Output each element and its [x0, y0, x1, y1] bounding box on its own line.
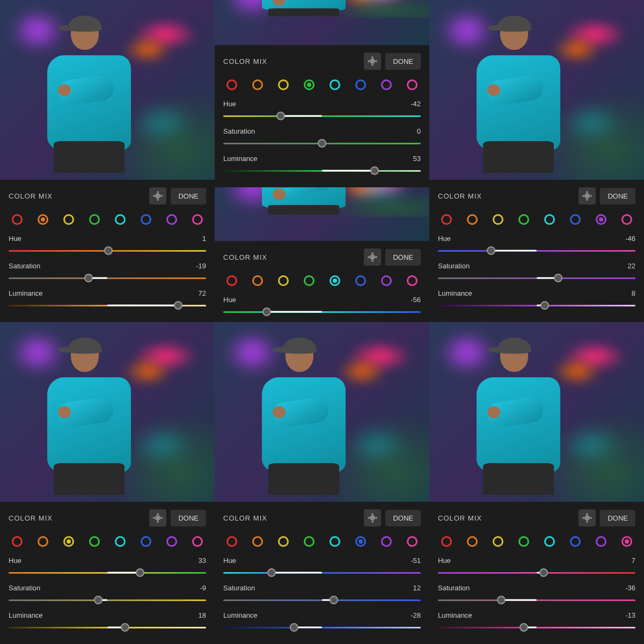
swatch-purple[interactable] [381, 275, 392, 286]
swatch-yellow[interactable] [278, 79, 289, 90]
swatch-purple[interactable] [381, 79, 392, 90]
saturation-thumb[interactable] [497, 596, 506, 604]
saturation-slider[interactable] [438, 273, 635, 283]
targeted-adjustment-icon[interactable] [364, 53, 381, 70]
swatch-orange[interactable] [467, 536, 478, 547]
swatch-yellow[interactable] [278, 275, 289, 286]
swatch-yellow[interactable] [493, 536, 503, 547]
swatch-purple[interactable] [381, 536, 392, 547]
hue-slider[interactable] [223, 568, 421, 577]
hue-slider[interactable] [438, 246, 635, 255]
swatch-teal[interactable] [330, 275, 340, 286]
hue-thumb[interactable] [136, 568, 144, 577]
hue-slider[interactable] [223, 111, 421, 121]
targeted-adjustment-icon[interactable] [149, 509, 166, 526]
swatch-orange[interactable] [38, 214, 48, 225]
swatch-red[interactable] [12, 214, 23, 225]
swatch-purple[interactable] [166, 536, 177, 547]
luminance-slider[interactable] [438, 623, 635, 632]
swatch-green[interactable] [304, 79, 314, 90]
swatch-magenta[interactable] [407, 275, 418, 286]
swatch-blue[interactable] [141, 214, 151, 225]
done-button[interactable]: DONE [385, 249, 421, 266]
done-button[interactable]: DONE [385, 510, 421, 526]
saturation-thumb[interactable] [318, 139, 326, 148]
swatch-green[interactable] [89, 536, 100, 547]
swatch-purple[interactable] [596, 214, 606, 225]
swatch-teal[interactable] [544, 214, 555, 225]
targeted-adjustment-icon[interactable] [149, 187, 166, 204]
hue-slider[interactable] [223, 307, 421, 317]
swatch-teal[interactable] [330, 536, 340, 547]
targeted-adjustment-icon[interactable] [579, 509, 596, 526]
saturation-slider[interactable] [9, 595, 206, 605]
saturation-slider[interactable] [9, 273, 206, 283]
swatch-magenta[interactable] [192, 214, 203, 225]
swatch-magenta[interactable] [407, 79, 418, 90]
luminance-thumb[interactable] [540, 301, 549, 310]
swatch-purple[interactable] [166, 214, 177, 225]
swatch-red[interactable] [441, 536, 452, 547]
swatch-purple[interactable] [596, 536, 606, 547]
luminance-thumb[interactable] [519, 623, 528, 632]
hue-slider[interactable] [9, 246, 206, 255]
swatch-green[interactable] [304, 275, 314, 286]
swatch-red[interactable] [226, 275, 237, 286]
targeted-adjustment-icon[interactable] [364, 509, 381, 526]
saturation-slider[interactable] [438, 595, 635, 605]
saturation-slider[interactable] [223, 138, 421, 148]
swatch-yellow[interactable] [493, 214, 503, 225]
swatch-yellow[interactable] [63, 214, 74, 225]
swatch-red[interactable] [441, 214, 452, 225]
swatch-red[interactable] [12, 536, 23, 547]
swatch-green[interactable] [518, 214, 529, 225]
done-button[interactable]: DONE [600, 188, 635, 204]
saturation-slider[interactable] [223, 595, 421, 605]
swatch-orange[interactable] [252, 275, 263, 286]
swatch-orange[interactable] [467, 214, 478, 225]
swatch-blue[interactable] [570, 214, 581, 225]
luminance-thumb[interactable] [174, 301, 182, 310]
saturation-thumb[interactable] [330, 596, 338, 604]
swatch-blue[interactable] [570, 536, 581, 547]
done-button[interactable]: DONE [600, 510, 635, 526]
swatch-green[interactable] [89, 214, 100, 225]
luminance-slider[interactable] [9, 301, 206, 310]
done-button[interactable]: DONE [171, 510, 206, 526]
swatch-yellow[interactable] [63, 536, 74, 547]
hue-thumb[interactable] [487, 246, 495, 255]
swatch-blue[interactable] [355, 275, 366, 286]
swatch-blue[interactable] [355, 79, 366, 90]
swatch-orange[interactable] [38, 536, 48, 547]
done-button[interactable]: DONE [171, 188, 206, 204]
saturation-thumb[interactable] [94, 596, 103, 604]
swatch-yellow[interactable] [278, 536, 289, 547]
swatch-magenta[interactable] [621, 214, 632, 225]
hue-thumb[interactable] [276, 112, 285, 120]
swatch-teal[interactable] [115, 536, 126, 547]
targeted-adjustment-icon[interactable] [364, 248, 381, 266]
saturation-thumb[interactable] [84, 274, 93, 282]
swatch-magenta[interactable] [192, 536, 203, 547]
swatch-red[interactable] [226, 79, 237, 90]
hue-thumb[interactable] [262, 308, 271, 316]
saturation-thumb[interactable] [554, 274, 562, 282]
swatch-red[interactable] [226, 536, 237, 547]
swatch-teal[interactable] [115, 214, 126, 225]
hue-thumb[interactable] [539, 568, 548, 577]
swatch-blue[interactable] [141, 536, 151, 547]
swatch-magenta[interactable] [621, 536, 632, 547]
swatch-green[interactable] [518, 536, 529, 547]
luminance-slider[interactable] [9, 623, 206, 632]
swatch-magenta[interactable] [407, 536, 418, 547]
swatch-green[interactable] [304, 536, 314, 547]
hue-slider[interactable] [9, 568, 206, 577]
hue-slider[interactable] [438, 568, 635, 577]
luminance-thumb[interactable] [121, 623, 129, 632]
targeted-adjustment-icon[interactable] [579, 187, 596, 204]
hue-thumb[interactable] [104, 246, 113, 255]
swatch-teal[interactable] [330, 79, 340, 90]
hue-thumb[interactable] [267, 568, 276, 577]
luminance-thumb[interactable] [370, 166, 379, 175]
swatch-orange[interactable] [252, 536, 263, 547]
